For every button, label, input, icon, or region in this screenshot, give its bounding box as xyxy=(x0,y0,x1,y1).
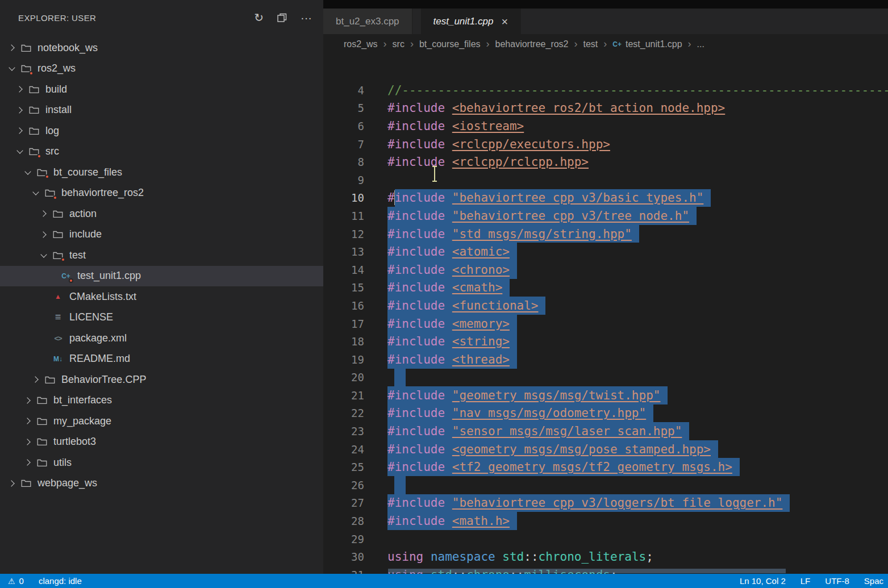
code-line-26[interactable]: 26 xyxy=(323,476,888,494)
code-line-25[interactable]: 25#include <tf2_geometry_msgs/tf2_geomet… xyxy=(323,458,888,476)
code-line-5[interactable]: 5#include <behaviortree_ros2/bt_action_n… xyxy=(323,99,888,118)
tab-test_unit1.cpp[interactable]: test_unit1.cpp× xyxy=(421,9,522,34)
code-line-22[interactable]: 22#include "nav_msgs/msg/odometry.hpp" xyxy=(323,404,888,423)
line-number: 16 xyxy=(323,299,364,312)
horizontal-scrollbar[interactable] xyxy=(388,569,786,573)
code-line-8[interactable]: 8#include <rclcpp/rclcpp.hpp> xyxy=(323,153,888,171)
chevron-right-icon[interactable] xyxy=(16,128,22,134)
close-icon[interactable]: × xyxy=(501,16,508,27)
tree-item-install[interactable]: install xyxy=(0,100,323,121)
selection-block xyxy=(394,369,406,387)
code-line-15[interactable]: 15#include <cmath> xyxy=(323,279,888,297)
editor-area: bt_u2_ex3.cpptest_unit1.cpp× ros2_ws›src… xyxy=(323,0,888,574)
tree-item-bt_course_files[interactable]: bt_course_files xyxy=(0,162,323,183)
chevron-down-icon[interactable] xyxy=(32,189,39,195)
code-editor[interactable]: 4//-------------------------------------… xyxy=(323,54,888,574)
breadcrumb-item-test_unit1.cpp[interactable]: C+test_unit1.cpp xyxy=(612,39,682,49)
tree-item-webpage_ws[interactable]: webpage_ws xyxy=(0,473,323,494)
breadcrumb-item-behaviortree_ros2[interactable]: behaviortree_ros2 xyxy=(495,39,569,49)
chevron-right-icon[interactable] xyxy=(40,211,46,217)
status-utf-8[interactable]: UTF-8 xyxy=(825,576,849,586)
selection-block xyxy=(394,476,406,494)
tree-item-label: test xyxy=(69,249,86,261)
line-number: 17 xyxy=(323,318,364,330)
tree-item-LICENSE[interactable]: ≡LICENSE xyxy=(0,307,323,328)
code-line-24[interactable]: 24#include <geometry_msgs/msg/pose_stamp… xyxy=(323,440,888,458)
problems-indicator[interactable]: ⚠ 0 xyxy=(8,576,24,586)
md-file-icon: M↓ xyxy=(51,353,65,365)
tab-bar: bt_u2_ex3.cpptest_unit1.cpp× xyxy=(323,9,888,34)
tab-bt_u2_ex3.cpp[interactable]: bt_u2_ex3.cpp xyxy=(323,9,412,34)
line-number: 10 xyxy=(323,191,364,204)
tree-item-package.xml[interactable]: <>package.xml xyxy=(0,328,323,349)
tree-item-utils[interactable]: utils xyxy=(0,452,323,473)
code-line-17[interactable]: 17#include <memory> xyxy=(323,315,888,333)
tree-item-turtlebot3[interactable]: turtlebot3 xyxy=(0,432,323,453)
chevron-right-icon[interactable] xyxy=(16,107,22,113)
code-line-18[interactable]: 18#include <string> xyxy=(323,332,888,351)
code-line-11[interactable]: 11#include "behaviortree_cpp_v3/tree_nod… xyxy=(323,207,888,225)
tree-item-test_unit1.cpp[interactable]: C+test_unit1.cpp xyxy=(0,266,323,287)
chevron-right-icon[interactable] xyxy=(16,86,22,93)
tree-item-BehaviorTree.CPP[interactable]: BehaviorTree.CPP xyxy=(0,369,323,390)
code-line-13[interactable]: 13#include <atomic> xyxy=(323,243,888,261)
tree-item-my_package[interactable]: my_package xyxy=(0,411,323,432)
chevron-right-icon[interactable] xyxy=(24,439,30,445)
chevron-down-icon[interactable] xyxy=(16,148,23,154)
tree-item-test[interactable]: test xyxy=(0,245,323,266)
chevron-right-icon[interactable] xyxy=(40,231,46,237)
chevron-down-icon[interactable] xyxy=(9,65,15,71)
code-line-21[interactable]: 21#include "geometry_msgs/msg/twist.hpp" xyxy=(323,386,888,404)
tree-item-action[interactable]: action xyxy=(0,203,323,224)
chevron-right-icon[interactable] xyxy=(24,460,30,466)
code-line-20[interactable]: 20 xyxy=(323,369,888,387)
tree-item-README.md[interactable]: M↓README.md xyxy=(0,349,323,370)
code-line-9[interactable]: 9 xyxy=(323,171,888,189)
clangd-status[interactable]: clangd: idle xyxy=(39,576,82,586)
breadcrumb-item-bt_course_files[interactable]: bt_course_files xyxy=(419,39,481,49)
code-line-23[interactable]: 23#include "sensor_msgs/msg/laser_scan.h… xyxy=(323,422,888,440)
breadcrumb-item-ros2_ws[interactable]: ros2_ws xyxy=(344,39,378,49)
code-line-6[interactable]: 6#include <iostream> xyxy=(323,117,888,135)
chevron-down-icon[interactable] xyxy=(24,168,31,174)
split-editor-icon[interactable] xyxy=(277,13,287,23)
status-spac[interactable]: Spac xyxy=(864,576,883,586)
code-line-14[interactable]: 14#include <chrono> xyxy=(323,261,888,279)
tree-item-behaviortree_ros2[interactable]: behaviortree_ros2 xyxy=(0,183,323,204)
tree-item-src[interactable]: src xyxy=(0,141,323,162)
breadcrumb-item-test[interactable]: test xyxy=(583,39,598,49)
code-line-4[interactable]: 4//-------------------------------------… xyxy=(323,81,888,99)
code-line-28[interactable]: 28#include <math.h> xyxy=(323,512,888,530)
code-line-27[interactable]: 27#include "behaviortree_cpp_v3/loggers/… xyxy=(323,494,888,512)
chevron-right-icon[interactable] xyxy=(32,377,38,383)
tree-item-notebook_ws[interactable]: notebook_ws xyxy=(0,37,323,59)
breadcrumb[interactable]: ros2_ws›src›bt_course_files›behaviortree… xyxy=(323,34,888,54)
line-number: 13 xyxy=(323,245,364,258)
chevron-down-icon[interactable] xyxy=(40,251,47,257)
selection: #include <memory> xyxy=(387,315,517,333)
code-line-10[interactable]: 10#include "behaviortree_cpp_v3/basic_ty… xyxy=(323,189,888,207)
breadcrumb-item-src[interactable]: src xyxy=(393,39,405,49)
code-line-7[interactable]: 7#include <rclcpp/executors.hpp> xyxy=(323,135,888,153)
more-actions-icon[interactable]: ··· xyxy=(301,12,312,23)
chevron-right-icon[interactable] xyxy=(24,418,30,424)
tree-item-bt_interfaces[interactable]: bt_interfaces xyxy=(0,390,323,411)
code-line-12[interactable]: 12#include "std_msgs/msg/string.hpp" xyxy=(323,225,888,243)
code-line-16[interactable]: 16#include <functional> xyxy=(323,297,888,315)
refresh-icon[interactable]: ↻ xyxy=(254,12,264,23)
tree-item-build[interactable]: build xyxy=(0,79,323,100)
code-line-29[interactable]: 29 xyxy=(323,530,888,548)
breadcrumb-item-...[interactable]: ... xyxy=(697,39,704,49)
code-line-30[interactable]: 30using namespace std::chrono_literals; xyxy=(323,548,888,566)
status-lf[interactable]: LF xyxy=(801,576,811,586)
chevron-right-icon[interactable] xyxy=(8,45,14,51)
tree-item-label: notebook_ws xyxy=(37,42,98,54)
chevron-right-icon[interactable] xyxy=(8,480,14,486)
tree-item-CMakeLists.txt[interactable]: ▲CMakeLists.txt xyxy=(0,286,323,307)
tree-item-ros2_ws[interactable]: ros2_ws xyxy=(0,59,323,80)
status-ln-10-col-2[interactable]: Ln 10, Col 2 xyxy=(740,576,786,586)
code-line-19[interactable]: 19#include <thread> xyxy=(323,351,888,369)
tree-item-log[interactable]: log xyxy=(0,120,323,141)
tree-item-include[interactable]: include xyxy=(0,224,323,245)
chevron-right-icon[interactable] xyxy=(24,397,30,403)
